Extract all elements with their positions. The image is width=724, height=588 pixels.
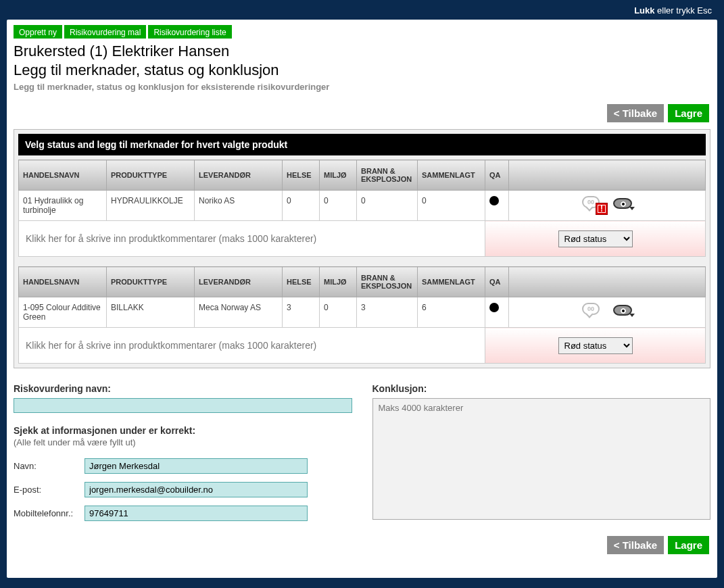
product-table-1: HANDELSNAVN PRODUKTTYPE LEVERANDØR HELSE… — [18, 160, 706, 257]
col-actions — [509, 267, 706, 297]
col-handelsnavn: HANDELSNAVN — [19, 160, 107, 191]
name-input[interactable] — [85, 458, 308, 474]
page-subtitle: Legg til merknader, status og konklusjon — [14, 62, 710, 79]
cell-helse: 3 — [283, 297, 320, 328]
col-produkttype: PRODUKTTYPE — [107, 267, 195, 297]
cell-actions: 00 ! — [509, 191, 706, 221]
save-button-bottom[interactable]: Lagre — [668, 536, 709, 554]
risk-name-input[interactable] — [14, 398, 352, 413]
qa-dot-icon — [489, 196, 499, 205]
cell-qa — [485, 191, 509, 221]
conclusion-textarea[interactable] — [372, 398, 711, 520]
cell-qa — [485, 297, 509, 328]
col-sammenlagt: SAMMENLAGT — [418, 160, 485, 191]
conclusion-label: Konklusjon: — [372, 383, 711, 394]
status-select[interactable]: Rød status — [558, 230, 633, 247]
col-miljo: MILJØ — [320, 160, 357, 191]
tab-create-new[interactable]: Opprett ny — [14, 25, 62, 39]
comment-icon[interactable]: 00 ! — [582, 196, 601, 211]
col-sammenlagt: SAMMENLAGT — [418, 267, 485, 297]
email-label: E-post: — [14, 485, 85, 495]
cell-produkttype: BILLAKK — [107, 297, 195, 328]
col-miljo: MILJØ — [320, 267, 357, 297]
status-select[interactable]: Rød status — [558, 337, 633, 354]
col-actions — [509, 160, 706, 191]
back-button-top[interactable]: < Tilbake — [607, 104, 664, 122]
cell-handelsnavn: 01 Hydraulikk og turbinolje — [19, 191, 107, 221]
col-leverandor: LEVERANDØR — [195, 160, 283, 191]
col-helse: HELSE — [283, 267, 320, 297]
page-title: Brukersted (1) Elektriker Hansen — [14, 43, 710, 60]
view-icon[interactable] — [613, 305, 632, 316]
col-brann: BRANN & EKSPLOSJON — [357, 267, 418, 297]
product-comment-input[interactable] — [19, 328, 485, 363]
page-desc: Legg til merknader, status og konklusjon… — [14, 82, 710, 92]
name-label: Navn: — [14, 461, 85, 471]
col-produkttype: PRODUKTTYPE — [107, 160, 195, 191]
col-brann: BRANN & EKSPLOSJON — [357, 160, 418, 191]
product-comment-input[interactable] — [19, 221, 485, 256]
cell-miljo: 0 — [320, 191, 357, 221]
tab-risk-template[interactable]: Risikovurdering mal — [64, 25, 146, 39]
cell-helse: 0 — [283, 191, 320, 221]
cell-produkttype: HYDRAULIKKOLJE — [107, 191, 195, 221]
cell-sammenlagt: 6 — [418, 297, 485, 328]
col-helse: HELSE — [283, 160, 320, 191]
view-icon[interactable] — [613, 198, 632, 209]
back-button-bottom[interactable]: < Tilbake — [607, 536, 664, 554]
check-info-heading: Sjekk at informasjonen under er korrekt: — [14, 425, 352, 436]
cell-brann: 0 — [357, 191, 418, 221]
table-row: 1-095 Colour Additive Green BILLAKK Meca… — [19, 297, 706, 328]
cell-leverandor: Noriko AS — [195, 191, 283, 221]
modal-close-hint[interactable]: Lukk eller trykk Esc — [0, 0, 724, 20]
mobile-input[interactable] — [85, 506, 308, 521]
table-row: 01 Hydraulikk og turbinolje HYDRAULIKKOL… — [19, 191, 706, 221]
cell-miljo: 0 — [320, 297, 357, 328]
table-section-header: Velg status and legg til merknader for h… — [18, 134, 706, 155]
check-info-sub: (Alle felt under må være fyllt ut) — [14, 437, 352, 447]
cell-brann: 3 — [357, 297, 418, 328]
comment-icon[interactable]: 00 — [582, 303, 601, 318]
warning-icon: ! — [596, 203, 608, 215]
save-button-top[interactable]: Lagre — [668, 104, 709, 122]
cell-handelsnavn: 1-095 Colour Additive Green — [19, 297, 107, 328]
col-qa: QA — [485, 267, 509, 297]
email-input[interactable] — [85, 482, 308, 497]
cell-leverandor: Meca Norway AS — [195, 297, 283, 328]
cell-actions: 00 — [509, 297, 706, 328]
risk-name-label: Riskovurdering navn: — [14, 383, 352, 394]
tab-risk-list[interactable]: Risikovurdering liste — [148, 25, 231, 39]
col-qa: QA — [485, 160, 509, 191]
col-leverandor: LEVERANDØR — [195, 267, 283, 297]
product-table-2: HANDELSNAVN PRODUKTTYPE LEVERANDØR HELSE… — [18, 266, 706, 364]
qa-dot-icon — [489, 303, 499, 312]
cell-sammenlagt: 0 — [418, 191, 485, 221]
mobile-label: Mobiltelefonnr.: — [14, 508, 85, 518]
col-handelsnavn: HANDELSNAVN — [19, 267, 107, 297]
